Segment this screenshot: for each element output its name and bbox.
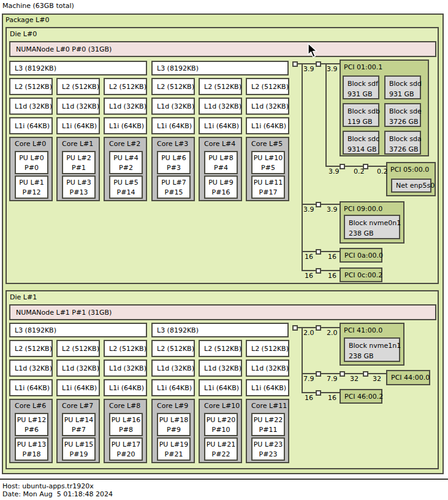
l1d-cache-label: L1d (32KB) — [204, 102, 241, 110]
core-label: Core L#4 — [204, 140, 235, 148]
l3-cache-label: L3 (8192KB) — [15, 64, 56, 72]
link-speed-label: 16 — [328, 272, 336, 280]
pu-box: PU L#4P#2 — [109, 151, 143, 174]
bridge-square — [316, 268, 321, 274]
l2-cache-box: L2 (512KB) — [151, 78, 195, 95]
link-speed-label: 16 — [328, 253, 336, 261]
l2-cache-label: L2 (512KB) — [204, 345, 241, 353]
pu-l-label: PU L#8 — [205, 153, 237, 163]
l3-cache-label: L3 (8192KB) — [157, 326, 199, 334]
block-device-box: Block sdc9314 GB — [343, 131, 379, 155]
l2-cache-label: L2 (512KB) — [62, 345, 99, 353]
bridge-square — [316, 390, 321, 396]
block-size: 3726 GB — [389, 117, 420, 127]
block-device-box: Block sde3726 GB — [384, 103, 421, 127]
pu-box: PU L#15P#19 — [62, 437, 96, 461]
l2-cache-box: L2 (512KB) — [104, 78, 147, 95]
pci-device-label: PCI 0a:00.0 — [344, 252, 383, 260]
pu-p-label: P#22 — [205, 450, 237, 460]
pu-p-label: P#17 — [252, 188, 284, 198]
l1d-cache-box: L1d (32KB) — [151, 98, 195, 115]
bridge-square — [316, 249, 321, 255]
core-box: Core L#2 PU L#4P#2 PU L#5P#14 — [104, 137, 147, 201]
core-label: Core L#1 — [62, 140, 93, 148]
block-device-box: Block sdd931 GB — [384, 75, 421, 99]
l2-cache-label: L2 (512KB) — [62, 83, 99, 91]
pu-box: PU L#11P#17 — [251, 175, 285, 199]
core-box: Core L#9 PU L#18P#9 PU L#19P#21 — [151, 399, 195, 463]
bridge-square — [292, 61, 298, 67]
pu-box: PU L#23P#23 — [251, 437, 285, 461]
pu-l-label: PU L#18 — [158, 415, 189, 425]
bridge-square — [316, 371, 321, 377]
core-label: Core L#3 — [157, 140, 188, 148]
core-box: Core L#11 PU L#22P#11 PU L#23P#23 — [246, 399, 289, 463]
link-speed-label: 2.0 — [327, 329, 338, 337]
l1i-cache-label: L1i (64KB) — [204, 384, 239, 392]
block-size: 238 GB — [349, 228, 399, 239]
link-speed-label: 16 — [305, 272, 313, 280]
pu-p-label: P#6 — [16, 425, 47, 435]
pu-p-label: P#18 — [16, 450, 47, 460]
block-name: Block nvme0n1 — [349, 218, 399, 228]
l1d-cache-label: L1d (32KB) — [15, 102, 52, 110]
l1d-cache-box: L1d (32KB) — [56, 360, 100, 377]
pci-device-box: PCI 09:00.0 Block nvme0n1238 GB — [340, 201, 404, 244]
link-speed-label: 3.9 — [327, 66, 338, 73]
l1i-cache-box: L1i (64KB) — [199, 117, 242, 134]
pci-device-box: PCI 05:00.0 Net enp5s0 — [386, 162, 436, 196]
l1d-cache-box: L1d (32KB) — [246, 360, 289, 377]
l1i-cache-box: L1i (64KB) — [56, 379, 100, 396]
l1i-cache-label: L1i (64KB) — [251, 384, 286, 392]
pu-p-label: P#1 — [63, 163, 94, 173]
core-label: Core L#7 — [62, 402, 93, 410]
pu-l-label: PU L#20 — [205, 415, 237, 425]
die-box-0: Die L#0 NUMANode L#0 P#0 (31GB) L3 (8192… — [6, 27, 439, 284]
link-speed-label: 7.9 — [303, 375, 314, 383]
core-label: Core L#6 — [15, 402, 46, 410]
l1i-cache-box: L1i (64KB) — [151, 117, 195, 134]
pu-box: PU L#14P#7 — [62, 413, 96, 436]
pu-box: PU L#9P#16 — [204, 175, 238, 199]
numanode-label: NUMANode L#1 P#1 (31GB) — [16, 309, 112, 317]
l2-cache-label: L2 (512KB) — [109, 83, 146, 91]
l2-cache-box: L2 (512KB) — [199, 340, 242, 357]
l1i-cache-label: L1i (64KB) — [62, 122, 97, 130]
pu-l-label: PU L#4 — [110, 153, 142, 163]
l3-cache-box: L3 (8192KB) — [151, 323, 289, 337]
pu-p-label: P#15 — [158, 188, 189, 198]
die-label: Die L#1 — [10, 293, 37, 301]
host-label: Host: ubuntu-apps.tr1920x — [2, 482, 94, 490]
block-name: Block sde — [389, 106, 420, 117]
pu-box: PU L#19P#21 — [157, 437, 191, 461]
l1i-cache-label: L1i (64KB) — [62, 384, 97, 392]
pu-box: PU L#1P#12 — [15, 175, 48, 199]
l2-cache-box: L2 (512KB) — [151, 340, 195, 357]
pu-l-label: PU L#21 — [205, 440, 237, 450]
link-speed-label: 2.0 — [303, 329, 314, 337]
pci-device-label: PCI 46:00.2 — [344, 393, 383, 401]
l1i-cache-box: L1i (64KB) — [151, 379, 195, 396]
l2-cache-box: L2 (512KB) — [104, 340, 147, 357]
l2-cache-box: L2 (512KB) — [9, 78, 53, 95]
l1d-cache-box: L1d (32KB) — [104, 98, 147, 115]
l2-cache-label: L2 (512KB) — [109, 345, 146, 353]
l1d-cache-label: L1d (32KB) — [109, 102, 146, 110]
l1i-cache-label: L1i (64KB) — [109, 384, 144, 392]
pci-link-line — [325, 64, 327, 167]
pu-l-label: PU L#12 — [16, 415, 47, 425]
pu-l-label: PU L#1 — [16, 178, 47, 188]
l1i-cache-box: L1i (64KB) — [246, 117, 289, 134]
pu-box: PU L#17P#20 — [109, 437, 143, 461]
l1i-cache-label: L1i (64KB) — [204, 122, 239, 130]
pu-p-label: P#14 — [110, 188, 142, 198]
pu-l-label: PU L#14 — [63, 415, 94, 425]
pu-box: PU L#3P#13 — [62, 175, 96, 199]
block-size: 119 GB — [347, 117, 378, 127]
l2-cache-label: L2 (512KB) — [251, 83, 289, 91]
pu-p-label: P#7 — [63, 425, 94, 435]
pu-l-label: PU L#3 — [63, 178, 94, 188]
block-name: Block nvme1n1 — [349, 340, 399, 351]
pu-p-label: P#3 — [158, 163, 189, 173]
l1d-cache-label: L1d (32KB) — [251, 364, 289, 372]
